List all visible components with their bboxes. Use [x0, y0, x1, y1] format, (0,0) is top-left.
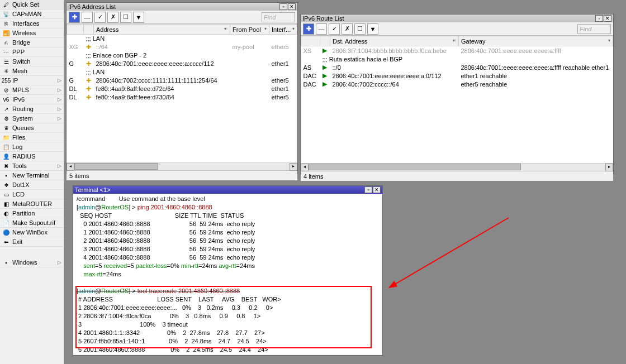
col-header[interactable]: From Pool▾: [230, 25, 269, 35]
table-row[interactable]: XS▶2806:3f7:1004:bbbb:bbbb:bbbb:f0ca:beb…: [301, 46, 613, 55]
sidebar-item-ip[interactable]: 255IP▷: [0, 76, 64, 85]
sidebar-item-mpls[interactable]: ⊘MPLS▷: [0, 85, 64, 95]
terminal-output[interactable]: /command Use command at the base level[a…: [73, 194, 382, 355]
sidebar-label: System: [12, 115, 33, 122]
sidebar-label: Log: [12, 143, 22, 150]
col-header[interactable]: Gateway▾: [459, 36, 613, 46]
remove-button[interactable]: —: [316, 23, 327, 35]
col-header[interactable]: [67, 25, 84, 35]
sidebar-item-tools[interactable]: ✖Tools▷: [0, 161, 64, 171]
col-header[interactable]: Dst. Address/▾: [330, 36, 459, 46]
filter-button[interactable]: ▼: [133, 12, 144, 23]
table-row[interactable]: DAC▶2806:40c:7002:cccc::/64ether5 reacha…: [301, 80, 613, 88]
sidebar-item-ppp[interactable]: ⋯PPP: [0, 47, 64, 57]
sidebar-icon: ⎌: [2, 39, 10, 46]
detach-button[interactable]: ▫: [279, 3, 287, 10]
sidebar-item-mesh[interactable]: ✳Mesh: [0, 66, 64, 76]
sidebar-label: New Terminal: [12, 172, 49, 179]
sidebar-item-radius[interactable]: 👤RADIUS: [0, 152, 64, 161]
sidebar-item-new-terminal[interactable]: ▪New Terminal: [0, 171, 64, 180]
sidebar-item-dot1x[interactable]: ❖Dot1X: [0, 180, 64, 190]
close-button[interactable]: ✕: [288, 3, 296, 10]
sidebar-label: Mesh: [12, 68, 27, 74]
find-input[interactable]: Find: [577, 24, 611, 34]
term-line: 2 2001:4860:4860::8888 56 59 24ms echo r…: [77, 237, 379, 245]
table-row[interactable]: DL✚fe80::4aa9:8aff:feee:d72c/64ether1: [67, 85, 297, 93]
sidebar-label: RADIUS: [12, 153, 36, 160]
sidebar-item-lcd[interactable]: ▭LCD: [0, 190, 64, 199]
sidebar-icon: ▭: [2, 190, 10, 198]
status-bar: 5 items: [67, 170, 297, 180]
sidebar-item-make-supout.rif[interactable]: 📄Make Supout.rif: [0, 218, 64, 228]
sidebar-item-routing[interactable]: ↗Routing▷: [0, 104, 64, 114]
sidebar-item-interfaces[interactable]: ⎘Interfaces: [0, 19, 64, 28]
sidebar-icon: 📁: [2, 133, 10, 141]
enable-button[interactable]: ✓: [329, 23, 340, 35]
sidebar-item-new-winbox[interactable]: 🔵New WinBox: [0, 228, 64, 237]
sidebar-item-queues[interactable]: ♛Queues: [0, 123, 64, 133]
enable-button[interactable]: ✓: [94, 12, 106, 23]
table-row[interactable]: DL✚fe80::4aa9:8aff:feee:d730/64ether5: [67, 93, 297, 102]
table-row[interactable]: G✚2806:40c:7001:eeee:eeee:eeee:a:cccc/11…: [67, 60, 297, 68]
sidebar-icon: ⚙: [2, 114, 10, 122]
col-header[interactable]: [84, 25, 94, 35]
scroll-right[interactable]: ▸: [605, 164, 613, 171]
col-header[interactable]: Address/▾: [94, 25, 230, 35]
table-row[interactable]: XG✚::/64my-poolether5: [67, 43, 297, 51]
col-header[interactable]: Interf...▾: [269, 25, 297, 35]
sidebar-label: Files: [12, 134, 25, 141]
close-button[interactable]: ✕: [373, 186, 381, 193]
col-header[interactable]: [301, 36, 320, 46]
sidebar-item-exit[interactable]: ⬅Exit: [0, 237, 64, 247]
submenu-arrow: ▷: [58, 78, 61, 83]
sidebar-item-log[interactable]: 📋Log: [0, 142, 64, 152]
sidebar-item-capsman[interactable]: 📡CAPsMAN: [0, 9, 64, 19]
sidebar-item-windows[interactable]: ▪Windows▷: [0, 258, 64, 267]
submenu-arrow: ▷: [58, 163, 61, 169]
sidebar-item-files[interactable]: 📁Files: [0, 133, 64, 142]
disable-button[interactable]: ✗: [107, 12, 118, 23]
term-line: max-rtt=24ms: [77, 270, 379, 279]
sidebar-icon: ⊘: [2, 86, 10, 94]
remove-button[interactable]: —: [82, 12, 93, 23]
scroll-thumb[interactable]: [74, 163, 158, 170]
sidebar-item-switch[interactable]: ☰Switch: [0, 57, 64, 66]
add-button[interactable]: ✚: [303, 23, 314, 35]
ipv6-address-window: IPv6 Address List ▫ ✕ ✚ — ✓ ✗ ☐ ▼ Find A…: [66, 2, 298, 174]
table-row[interactable]: DAC▶2806:40c:7001:eeee:eeee:eeee:a:0/112…: [301, 71, 613, 80]
table-row[interactable]: G✚2806:40c:7002:cccc:1111:1111:1111:254/…: [67, 76, 297, 85]
close-button[interactable]: ✕: [604, 15, 611, 22]
table-container: Dst. Address/▾Gateway▾XS▶2806:3f7:1004:b…: [301, 36, 613, 163]
sidebar-item-bridge[interactable]: ⎌Bridge: [0, 38, 64, 47]
horizontal-scrollbar[interactable]: ◂ ▸: [67, 162, 297, 170]
detach-button[interactable]: ▫: [595, 15, 603, 22]
sidebar-item-wireless[interactable]: 📶Wireless: [0, 28, 64, 38]
find-input[interactable]: Find: [262, 12, 295, 22]
scroll-left[interactable]: ◂: [67, 163, 74, 171]
col-header[interactable]: [320, 36, 330, 46]
filter-button[interactable]: ▼: [367, 23, 378, 35]
comment-button[interactable]: ☐: [354, 23, 366, 35]
comment-button[interactable]: ☐: [120, 12, 131, 23]
window-titlebar[interactable]: IPv6 Address List ▫ ✕: [67, 3, 297, 11]
sidebar-item-partition[interactable]: ◐Partition: [0, 209, 64, 218]
sidebar-item-system[interactable]: ⚙System▷: [0, 114, 64, 123]
horizontal-scrollbar[interactable]: ◂ ▸: [301, 163, 613, 171]
sidebar-label: PPP: [12, 49, 25, 55]
route-table: Dst. Address/▾Gateway▾XS▶2806:3f7:1004:b…: [301, 36, 613, 88]
detach-button[interactable]: ▫: [364, 186, 372, 193]
scroll-thumb[interactable]: [309, 164, 521, 170]
window-titlebar[interactable]: Terminal <1> ▫ ✕: [73, 186, 382, 194]
status-bar: 4 items: [301, 171, 613, 181]
add-button[interactable]: ✚: [69, 12, 80, 23]
scroll-left[interactable]: ◂: [301, 164, 309, 171]
disable-button[interactable]: ✗: [342, 23, 353, 35]
window-titlebar[interactable]: IPv6 Route List ▫ ✕: [301, 15, 613, 22]
table-row[interactable]: AS▶::/02806:40c:7001:eeee:eeee:eeee:a:ff…: [301, 63, 613, 71]
scroll-right[interactable]: ▸: [290, 163, 297, 171]
sidebar-item-ipv6[interactable]: v6IPv6▷: [0, 95, 64, 104]
highlight-box: [75, 286, 372, 348]
sidebar-item-quick-set[interactable]: 🖊Quick Set: [0, 0, 64, 9]
sidebar-item-metarouter[interactable]: ◧MetaROUTER: [0, 199, 64, 209]
toolbar: ✚ — ✓ ✗ ☐ ▼ Find: [67, 11, 297, 24]
